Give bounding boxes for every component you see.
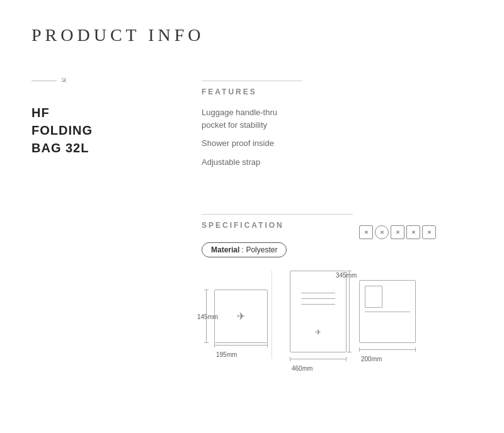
separator-line — [272, 271, 272, 359]
care-icon-5: ✕ — [422, 225, 436, 239]
material-label: Material — [211, 245, 239, 254]
spec-title: SPECIFICATION — [202, 221, 353, 230]
feature-item-3: Adjustable strap — [202, 156, 302, 169]
feature-item-1: Luggage handle-thrupocket for stability — [202, 106, 302, 131]
specification-section: SPECIFICATION Material : Polyester — [202, 214, 353, 270]
product-name: HF FOLDING BAG 32L — [32, 104, 93, 157]
hline-large — [359, 349, 416, 350]
features-title: FEATURES — [202, 87, 302, 96]
spec-divider — [202, 214, 353, 215]
bag-large-pocket — [365, 286, 382, 308]
product-name-line1: HF — [32, 104, 93, 121]
care-icon-1: ✕ — [359, 225, 373, 239]
bag-large-top — [365, 286, 410, 308]
product-name-line2: FOLDING — [32, 121, 93, 139]
care-icon-3: ✕ — [391, 225, 404, 239]
bag-large-main — [386, 286, 410, 308]
bag-medium-lines — [301, 293, 335, 305]
vline-medium — [349, 271, 350, 352]
dim-label-195: 195mm — [216, 351, 237, 358]
diagram-area: 145mm ✈ 195mm 345mm ✈ 460mm 200mm — [192, 271, 469, 396]
bag-line-1 — [301, 293, 335, 293]
features-divider — [202, 81, 302, 81]
airplane-icon: ✈ — [58, 74, 71, 87]
bag-small: ✈ — [214, 290, 268, 343]
airplane-decoration: ✈ — [32, 76, 68, 86]
hline-medium — [290, 359, 346, 359]
care-icon-2: ✕ — [375, 225, 389, 239]
care-icons-row: ✕ ✕ ✕ ✕ ✕ — [359, 225, 436, 239]
hline-small — [214, 345, 268, 346]
vline-small — [206, 290, 207, 343]
bag-large — [359, 280, 416, 343]
feature-item-2: Shower proof inside — [202, 137, 302, 150]
bag-small-plane-icon: ✈ — [237, 310, 245, 322]
dim-label-460: 460mm — [292, 365, 312, 372]
line-before-plane — [32, 81, 57, 81]
care-icon-4: ✕ — [406, 225, 420, 239]
bag-line-3 — [301, 304, 335, 305]
bag-line-2 — [301, 298, 335, 299]
bag-large-bottom — [365, 312, 410, 337]
material-value: Polyester — [246, 245, 277, 254]
bag-medium-plane-icon: ✈ — [315, 328, 321, 337]
features-section: FEATURES Luggage handle-thrupocket for s… — [202, 81, 302, 174]
material-badge: Material : Polyester — [202, 242, 287, 257]
dim-label-200: 200mm — [361, 356, 382, 363]
product-name-line3: BAG 32L — [32, 139, 93, 157]
bag-medium: ✈ — [290, 271, 346, 352]
page-title: PRODUCT INFO — [32, 25, 205, 45]
